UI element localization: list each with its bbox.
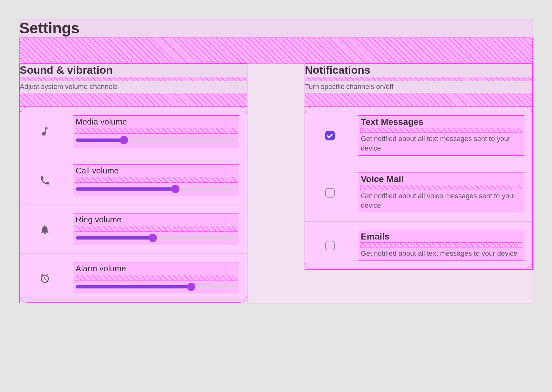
emails-checkbox[interactable] bbox=[325, 241, 335, 250]
checkbox-cell bbox=[311, 188, 349, 198]
icon-cell bbox=[26, 175, 64, 186]
call-volume-slider[interactable] bbox=[76, 185, 236, 193]
volume-label: Ring volume bbox=[73, 213, 239, 226]
notification-row-body: Text Messages Get notified about all tex… bbox=[358, 115, 524, 156]
voice-mail-checkbox[interactable] bbox=[325, 188, 335, 198]
layout-spacer bbox=[19, 37, 533, 64]
media-volume-slider[interactable] bbox=[76, 136, 236, 144]
notification-description: Get notified about all text messages sen… bbox=[358, 133, 524, 155]
volume-label: Call volume bbox=[73, 165, 239, 177]
alarm-volume-slider[interactable] bbox=[76, 283, 236, 291]
sound-heading: Sound & vibration bbox=[20, 64, 247, 77]
text-messages-checkbox[interactable] bbox=[325, 131, 335, 140]
notification-title: Emails bbox=[358, 230, 524, 242]
notifications-section: Notifications Turn specific channels on/… bbox=[305, 64, 533, 270]
bell-icon bbox=[39, 224, 50, 235]
notification-description: Get notified about all voice messages se… bbox=[358, 191, 524, 213]
layout-spacer bbox=[305, 77, 532, 81]
volume-label: Alarm volume bbox=[73, 262, 239, 275]
notification-row-text-messages: Text Messages Get notified about all tex… bbox=[305, 107, 532, 164]
notification-row-voice-mail: Voice Mail Get notified about all voice … bbox=[305, 164, 532, 221]
sound-section: Sound & vibration Adjust system volume c… bbox=[19, 64, 247, 303]
alarm-clock-icon bbox=[39, 273, 50, 284]
checkbox-cell bbox=[311, 241, 349, 250]
notification-row-body: Voice Mail Get notified about all voice … bbox=[358, 172, 524, 213]
volume-label: Media volume bbox=[73, 116, 239, 128]
notification-row-body: Emails Get notified about all text messa… bbox=[358, 230, 524, 261]
notifications-card: Text Messages Get notified about all tex… bbox=[305, 107, 532, 269]
sound-subheading: Adjust system volume channels bbox=[20, 81, 247, 93]
notifications-subheading: Turn specific channels on/off bbox=[305, 81, 532, 93]
volume-row-body: Alarm volume bbox=[73, 262, 239, 294]
notification-title: Text Messages bbox=[358, 116, 524, 128]
volume-row-body: Call volume bbox=[73, 164, 239, 196]
layout-spacer bbox=[360, 185, 522, 190]
layout-spacer bbox=[20, 77, 247, 81]
volume-row-call: Call volume bbox=[20, 156, 247, 205]
ring-volume-slider[interactable] bbox=[76, 234, 236, 242]
columns: Sound & vibration Adjust system volume c… bbox=[19, 64, 533, 303]
layout-spacer bbox=[360, 242, 522, 247]
notifications-heading: Notifications bbox=[305, 64, 532, 77]
volume-row-alarm: Alarm volume bbox=[20, 254, 247, 302]
volume-row-body: Ring volume bbox=[73, 213, 239, 245]
icon-cell bbox=[26, 126, 64, 137]
volume-row-ring: Ring volume bbox=[20, 205, 247, 254]
icon-cell bbox=[26, 224, 64, 235]
music-note-icon bbox=[39, 126, 50, 137]
layout-spacer bbox=[75, 275, 237, 280]
notification-description: Get notified about all text messages to … bbox=[358, 248, 524, 261]
layout-spacer bbox=[75, 226, 237, 232]
layout-spacer bbox=[75, 177, 237, 183]
checkbox-cell bbox=[311, 131, 349, 140]
phone-icon bbox=[39, 175, 50, 186]
volume-row-media: Media volume bbox=[20, 107, 247, 156]
settings-page: Settings Sound & vibration Adjust system… bbox=[19, 19, 533, 303]
icon-cell bbox=[26, 273, 64, 284]
notification-row-emails: Emails Get notified about all text messa… bbox=[305, 222, 532, 269]
layout-spacer bbox=[20, 93, 247, 107]
sound-card: Media volume bbox=[20, 107, 247, 303]
notification-title: Voice Mail bbox=[358, 173, 524, 185]
layout-spacer bbox=[75, 128, 237, 134]
page-title: Settings bbox=[19, 19, 533, 37]
layout-spacer bbox=[305, 93, 532, 107]
volume-row-body: Media volume bbox=[73, 115, 239, 147]
layout-spacer bbox=[360, 128, 522, 133]
